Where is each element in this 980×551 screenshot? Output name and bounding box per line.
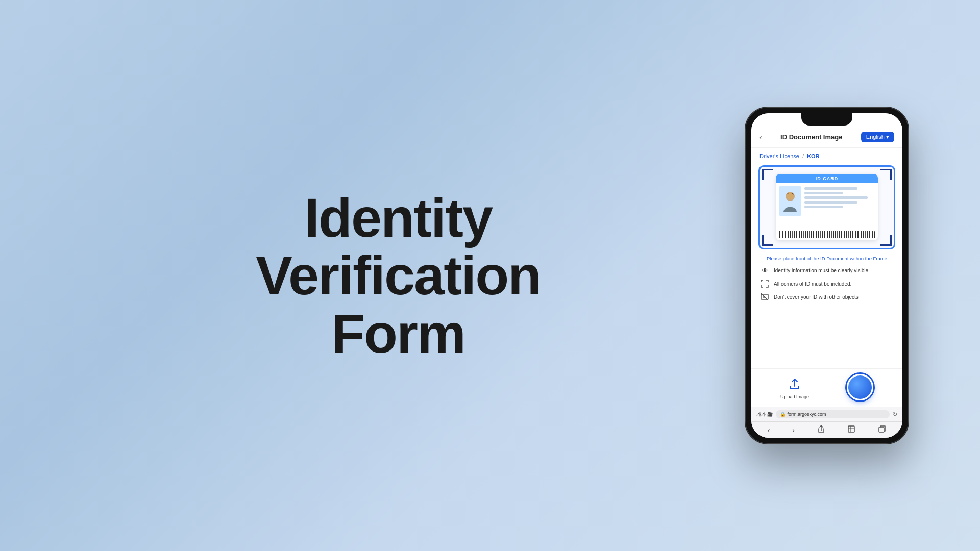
action-bar: Upload Image [751, 368, 902, 407]
browser-url: form.argoskyc.com [788, 412, 826, 417]
corner-bottom-left [762, 235, 773, 246]
hero-section: Identity Verification Form [51, 189, 745, 362]
requirement-item-2: All corners of ID must be included. [760, 279, 894, 289]
upload-icon [786, 375, 803, 393]
nav-tabs-icon[interactable] [878, 425, 886, 435]
lock-icon: 🔒 [780, 412, 786, 417]
id-info-line-3 [804, 196, 868, 199]
phone-mockup: ‹ ID Document Image English ▾ Driver's L… [745, 107, 909, 444]
upload-image-button[interactable]: Upload Image [780, 375, 809, 399]
id-info-line-1 [804, 187, 857, 190]
svg-point-1 [787, 192, 794, 199]
id-card-photo [779, 186, 801, 216]
id-barcode [779, 231, 875, 238]
hero-line2: Verification [256, 244, 541, 306]
browser-nav: ‹ › [751, 421, 902, 438]
breadcrumb-kor[interactable]: KOR [807, 153, 819, 159]
breadcrumb-separator: / [802, 153, 804, 159]
svg-rect-8 [879, 427, 884, 432]
id-card-info [804, 186, 875, 228]
person-avatar-icon [782, 190, 798, 212]
req-text-3: Don't cover your ID with other objects [774, 294, 859, 300]
nav-back-icon[interactable]: ‹ [768, 426, 770, 434]
id-info-line-2 [804, 192, 843, 194]
reload-icon[interactable]: ↻ [893, 411, 897, 418]
nav-forward-icon[interactable]: › [792, 426, 795, 434]
req-text-2: All corners of ID must be included. [774, 281, 851, 287]
capture-button[interactable] [847, 374, 873, 400]
hero-title: Identity Verification Form [256, 189, 541, 362]
requirement-item-3: Don't cover your ID with other objects [760, 292, 894, 302]
breadcrumb-drivers-license[interactable]: Driver's License [760, 153, 799, 159]
language-label: English ▾ [866, 134, 889, 140]
corner-top-right [880, 169, 892, 180]
nav-share-icon[interactable] [817, 425, 825, 435]
requirements-list: 👁 Identity information must be clearly v… [751, 263, 902, 304]
req-text-1: Identity information must be clearly vis… [774, 268, 868, 273]
back-button[interactable]: ‹ [760, 133, 762, 141]
id-info-line-5 [804, 206, 843, 208]
breadcrumb: Driver's License / KOR [751, 148, 902, 162]
phone-notch [801, 113, 852, 126]
id-frame-area: ID CARD [758, 165, 895, 249]
browser-bar: 가가 🎥 🔒 form.argoskyc.com ↻ [751, 407, 902, 421]
svg-rect-5 [848, 426, 854, 432]
corners-icon [760, 279, 770, 289]
id-card-illustration: ID CARD [776, 174, 878, 240]
nav-bookmarks-icon[interactable] [847, 425, 855, 435]
hero-line1: Identity [304, 187, 492, 248]
requirement-item-1: 👁 Identity information must be clearly v… [760, 265, 894, 276]
upload-label: Upload Image [780, 394, 809, 399]
id-card-header: ID CARD [776, 174, 878, 183]
browser-url-bar[interactable]: 🔒 form.argoskyc.com [776, 410, 890, 418]
instruction-text: Please place front of the ID Document wi… [751, 253, 902, 263]
no-cover-icon [760, 292, 770, 302]
app-header-title: ID Document Image [780, 133, 842, 141]
phone-screen: ‹ ID Document Image English ▾ Driver's L… [751, 113, 902, 438]
id-card-body [776, 183, 878, 231]
browser-flags: 가가 🎥 [756, 411, 773, 418]
phone-section: ‹ ID Document Image English ▾ Driver's L… [745, 107, 929, 444]
corner-top-left [762, 169, 773, 180]
visibility-icon: 👁 [760, 265, 770, 276]
back-chevron-icon: ‹ [760, 133, 762, 141]
language-selector[interactable]: English ▾ [861, 132, 894, 142]
corner-bottom-right [880, 235, 892, 246]
id-info-line-4 [804, 201, 857, 204]
hero-line3: Form [331, 303, 465, 364]
